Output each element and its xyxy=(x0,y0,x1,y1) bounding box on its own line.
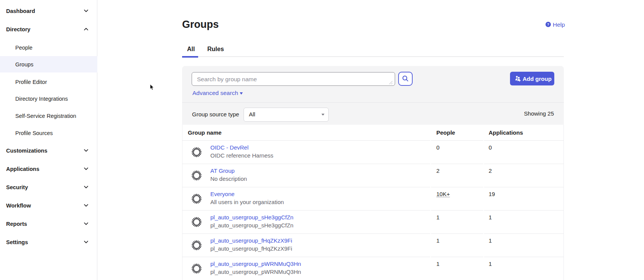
svg-text:?: ? xyxy=(547,22,549,26)
